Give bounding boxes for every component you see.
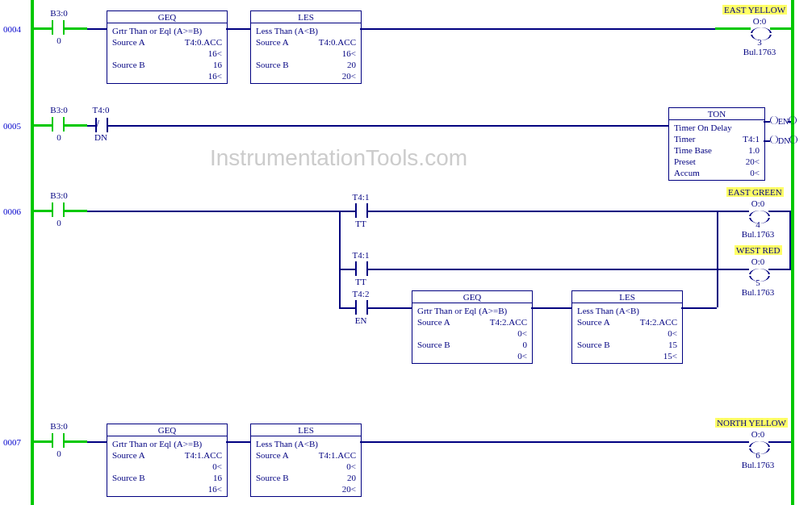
xio-bit-r5: DN — [89, 132, 113, 142]
wire — [768, 269, 791, 270]
br2-addr: T4:1 — [349, 250, 373, 260]
block-name: GEQ — [107, 11, 227, 23]
wire — [764, 140, 770, 142]
block-desc: Grtr Than or Eql (A>=B) — [417, 305, 527, 316]
eg-addr: O:0 — [746, 198, 770, 208]
xic-addr-r7: B3:0 — [47, 421, 71, 431]
xic-addr-r6: B3:0 — [47, 190, 71, 200]
block-name: TON — [669, 108, 764, 120]
les-block-r7: LES Less Than (A<B) Source AT4:1.ACC 0< … — [250, 424, 362, 497]
xic-bit-r5: 0 — [47, 132, 71, 142]
watermark: InstrumentationTools.com — [210, 145, 467, 171]
power-rail-right — [791, 0, 794, 505]
wr-addr: O:0 — [746, 257, 770, 266]
rung-number-4: 0004 — [3, 24, 21, 34]
wire — [715, 27, 751, 30]
br3-addr: T4:2 — [349, 289, 373, 298]
ton-en-out: EN — [770, 116, 797, 126]
xic-bit-r7: 0 — [47, 449, 71, 458]
les-block-r6: LES Less Than (A<B) Source AT4:2.ACC 0< … — [571, 290, 683, 364]
power-rail-left — [31, 0, 34, 505]
wire — [34, 124, 52, 127]
xio-addr-r5: T4:0 — [89, 105, 113, 115]
wire — [339, 307, 355, 309]
eg-bit: 4 — [746, 219, 770, 229]
output-title-west-red: WEST RED — [735, 245, 782, 255]
wire — [681, 307, 717, 309]
block-name: GEQ — [412, 291, 532, 303]
block-desc: Less Than (A<B) — [256, 25, 356, 36]
geq-block-r4: GEQ Grtr Than or Eql (A>=B) Source AT4:0… — [107, 10, 228, 84]
rung-number-6: 0006 — [3, 207, 21, 216]
wire — [360, 441, 749, 443]
wire — [764, 121, 770, 123]
xic-addr-r5: B3:0 — [47, 105, 71, 115]
output-addr: O:0 — [747, 16, 772, 26]
br2-bit: TT — [349, 277, 373, 286]
br1-bit: TT — [349, 219, 373, 228]
block-name: GEQ — [107, 424, 227, 436]
wire — [87, 211, 339, 212]
wire — [368, 269, 717, 270]
block-desc: Less Than (A<B) — [577, 305, 677, 316]
wire — [531, 307, 571, 309]
wire — [368, 211, 717, 212]
block-name: LES — [572, 291, 682, 303]
wire — [34, 27, 52, 30]
output-title-east-green: EAST GREEN — [726, 187, 784, 197]
wire — [768, 441, 791, 443]
output-title-north-yellow: NORTH YELLOW — [715, 418, 788, 428]
wire — [65, 27, 87, 30]
rung-number-7: 0007 — [3, 437, 21, 447]
wire — [768, 211, 791, 212]
wire — [717, 211, 749, 212]
ny-addr: O:0 — [746, 429, 770, 439]
xic-bit-r6: 0 — [47, 218, 71, 227]
br1-addr: T4:1 — [349, 192, 373, 202]
wire — [226, 28, 250, 30]
wire — [339, 211, 355, 212]
wire — [65, 124, 87, 127]
block-desc: Timer On Delay — [674, 122, 760, 133]
les-block-r4: LES Less Than (A<B) Source AT4:0.ACC 16<… — [250, 10, 362, 84]
output-bul: Bul.1763 — [739, 47, 780, 56]
wire — [65, 210, 87, 212]
wire — [226, 441, 250, 443]
wire — [788, 121, 791, 123]
ny-bit: 6 — [746, 450, 770, 460]
wire — [108, 125, 668, 127]
block-name: LES — [251, 11, 361, 23]
geq-block-r6: GEQ Grtr Than or Eql (A>=B) Source AT4:2… — [412, 290, 533, 364]
wr-bul: Bul.1763 — [738, 287, 778, 297]
wire — [34, 210, 52, 212]
ton-dn-out: DN — [770, 136, 797, 145]
branch-left-vline — [339, 211, 341, 307]
output-title-east-yellow: EAST YELLOW — [722, 5, 787, 15]
block-desc: Grtr Than or Eql (A>=B) — [112, 438, 222, 449]
wire — [360, 28, 715, 30]
wire — [339, 269, 355, 270]
wire — [65, 440, 87, 443]
wire — [368, 307, 412, 309]
ladder-diagram: InstrumentationTools.com 0004 B3:0 0 GEQ… — [0, 0, 812, 505]
wire — [87, 125, 95, 127]
ny-bul: Bul.1763 — [738, 460, 778, 470]
wr-bit: 5 — [746, 278, 770, 287]
wire — [87, 28, 107, 30]
br3-bit: EN — [349, 315, 373, 325]
ton-block-r5: TON Timer On Delay TimerT4:1 Time Base1.… — [668, 107, 765, 181]
geq-block-r7: GEQ Grtr Than or Eql (A>=B) Source AT4:1… — [107, 424, 228, 497]
xic-addr: B3:0 — [47, 8, 71, 18]
block-name: LES — [251, 424, 361, 436]
xic-bit: 0 — [47, 35, 71, 45]
wire — [717, 269, 749, 270]
wire — [770, 27, 791, 30]
block-desc: Grtr Than or Eql (A>=B) — [112, 25, 222, 36]
block-desc: Less Than (A<B) — [256, 438, 356, 449]
eg-bul: Bul.1763 — [738, 229, 778, 239]
out-tie-vline — [789, 211, 791, 269]
rung-number-5: 0005 — [3, 121, 21, 131]
wire — [34, 440, 52, 443]
branch3-join-vline — [717, 269, 718, 307]
wire — [87, 441, 107, 443]
